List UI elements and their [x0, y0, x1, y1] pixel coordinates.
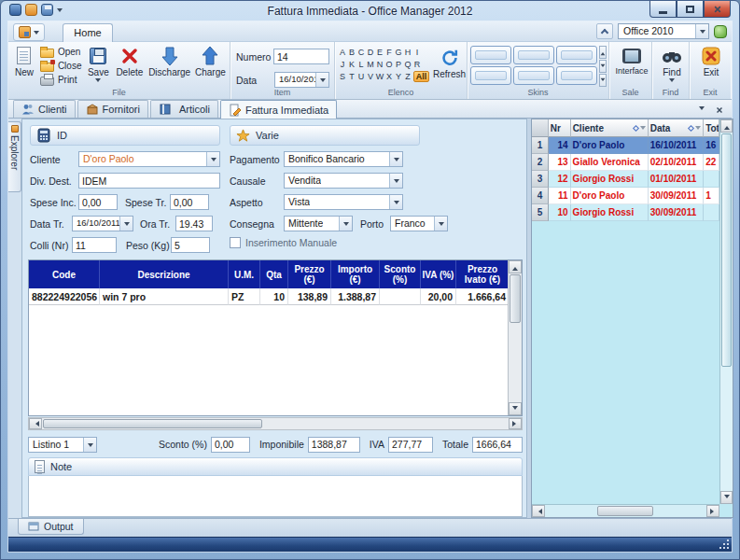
imponibile-input[interactable] [308, 437, 360, 453]
tabs-dropdown-button[interactable] [694, 103, 709, 117]
sconto-input[interactable] [211, 437, 250, 453]
items-col-header[interactable]: IVA (%) [421, 260, 456, 288]
colli-input[interactable] [72, 237, 117, 253]
letter-n-button[interactable]: N [375, 60, 384, 69]
consegna-combo[interactable]: Mittente [284, 216, 353, 231]
grid-hscroll-thumb[interactable] [597, 506, 653, 516]
scroll-right-button[interactable] [509, 418, 522, 429]
scroll-thumb[interactable] [510, 274, 521, 323]
letter-l-button[interactable]: L [356, 60, 366, 69]
theme-combo[interactable]: Office 2010 [618, 23, 709, 39]
items-col-header[interactable]: Qta [260, 260, 288, 288]
application-menu-button[interactable] [13, 23, 45, 41]
exit-button[interactable]: Exit [692, 44, 730, 88]
ribbon-collapse-button[interactable] [596, 23, 613, 39]
grid-col-header-cliente[interactable]: Cliente [571, 119, 649, 137]
items-table-hscrollbar[interactable] [28, 417, 523, 430]
grid-col-header-nr[interactable]: Nr [549, 119, 571, 137]
discharge-button[interactable]: Discharge [147, 44, 192, 88]
cliente-combo-dropdown[interactable] [206, 152, 219, 166]
causale-dropdown[interactable] [389, 174, 402, 188]
pagamento-combo[interactable]: Bonifico Bancario [284, 151, 403, 167]
sort-icon[interactable] [688, 124, 694, 131]
letter-y-button[interactable]: Y [394, 72, 403, 81]
save-button[interactable]: Save [84, 44, 112, 88]
ora-tr-input[interactable] [175, 216, 213, 231]
grid-scroll-down-button[interactable] [720, 491, 733, 504]
letter-o-button[interactable]: O [384, 60, 394, 69]
letter-j-button[interactable]: J [338, 60, 347, 69]
letter-t-button[interactable]: T [347, 72, 356, 81]
letter-d-button[interactable]: D [366, 48, 375, 57]
save-dropdown-icon[interactable] [95, 78, 101, 85]
app-icon[interactable] [9, 4, 21, 16]
aspetto-dropdown[interactable] [389, 195, 402, 209]
spese-inc-input[interactable] [78, 194, 118, 210]
all-letters-button[interactable]: All [413, 71, 429, 82]
scroll-left-button[interactable] [29, 418, 42, 429]
aspetto-combo[interactable]: Vista [284, 194, 403, 210]
porto-combo[interactable]: Franco [390, 216, 448, 231]
grid-scroll-right-button[interactable] [706, 505, 719, 517]
items-table-row[interactable]: 882224922056win 7 proPZ10138,891.388,872… [29, 288, 510, 305]
qat-customize-icon[interactable] [25, 4, 37, 16]
letter-p-button[interactable]: P [394, 60, 403, 69]
grid-col-header-data[interactable]: Data [649, 119, 704, 137]
letter-x-button[interactable]: X [384, 72, 394, 81]
letter-k-button[interactable]: K [347, 60, 356, 69]
maximize-button[interactable] [677, 1, 704, 18]
ribbon-corner-icon[interactable] [714, 25, 727, 38]
filter-icon[interactable] [695, 126, 701, 130]
sort-icon[interactable] [633, 124, 639, 131]
skin-tile[interactable] [513, 46, 554, 64]
tab-fornitori[interactable]: Fornitori [77, 100, 148, 118]
grid-scroll-up-button[interactable] [720, 119, 733, 133]
tab-articoli[interactable]: Articoli [150, 100, 218, 118]
letter-e-button[interactable]: E [375, 48, 384, 57]
letter-b-button[interactable]: B [347, 48, 356, 57]
print-button[interactable]: Print [38, 73, 84, 86]
invoice-row[interactable]: 114D'oro Paolo16/10/201116 [532, 137, 719, 154]
causale-combo[interactable]: Vendita [284, 173, 403, 189]
skin-tile[interactable] [556, 46, 597, 64]
find-button[interactable]: Find [655, 44, 689, 88]
letter-c-button[interactable]: C [356, 48, 366, 57]
invoice-row[interactable]: 411D'oro Paolo30/09/20111 [532, 188, 719, 204]
skin-tile[interactable] [556, 66, 597, 85]
skin-tile[interactable] [470, 46, 511, 64]
resize-grip-icon[interactable] [719, 539, 730, 550]
letter-u-button[interactable]: U [356, 72, 366, 81]
items-col-header[interactable]: Descrizione [100, 260, 229, 288]
invoice-grid-hscrollbar[interactable] [532, 504, 719, 517]
letter-i-button[interactable]: I [412, 48, 422, 57]
interface-button[interactable]: Interface [612, 44, 651, 88]
listino-dropdown[interactable] [83, 438, 96, 452]
charge-button[interactable]: Charge [193, 44, 228, 88]
items-col-header[interactable]: Prezzo (€) [288, 260, 331, 288]
items-col-header[interactable]: Sconto (%) [380, 260, 421, 288]
data-tr-dropdown[interactable] [119, 217, 133, 231]
scroll-up-button[interactable] [509, 260, 522, 273]
letter-a-button[interactable]: A [338, 48, 347, 57]
tab-home[interactable]: Home [63, 23, 113, 42]
letter-s-button[interactable]: S [338, 72, 347, 81]
letter-g-button[interactable]: G [394, 48, 403, 57]
delete-button[interactable]: Delete [113, 44, 146, 88]
items-col-header[interactable]: Prezzo Ivato (€) [456, 260, 510, 288]
tab-fattura-immediata[interactable]: Fattura Immediata [220, 100, 337, 119]
listino-combo[interactable]: Listino 1 [28, 437, 97, 453]
hscroll-thumb[interactable] [43, 419, 262, 428]
letter-v-button[interactable]: V [366, 72, 375, 81]
tab-clienti[interactable]: Clienti [13, 100, 76, 118]
gallery-up-button[interactable] [599, 46, 607, 59]
items-col-header[interactable]: Importo (€) [331, 260, 380, 288]
invoice-row[interactable]: 213Giallo Veronica02/10/201122 [532, 154, 719, 171]
grid-col-header-totale[interactable]: Totale [704, 119, 719, 137]
output-tab[interactable]: Output [18, 519, 84, 535]
items-col-header[interactable]: Code [29, 260, 100, 288]
explorer-tab[interactable]: Explorer [8, 121, 21, 192]
find-dropdown-icon[interactable] [669, 78, 675, 85]
letter-q-button[interactable]: Q [403, 60, 412, 69]
inserimento-manuale-checkbox[interactable] [230, 237, 241, 248]
qat-dropdown-icon[interactable] [57, 8, 63, 15]
